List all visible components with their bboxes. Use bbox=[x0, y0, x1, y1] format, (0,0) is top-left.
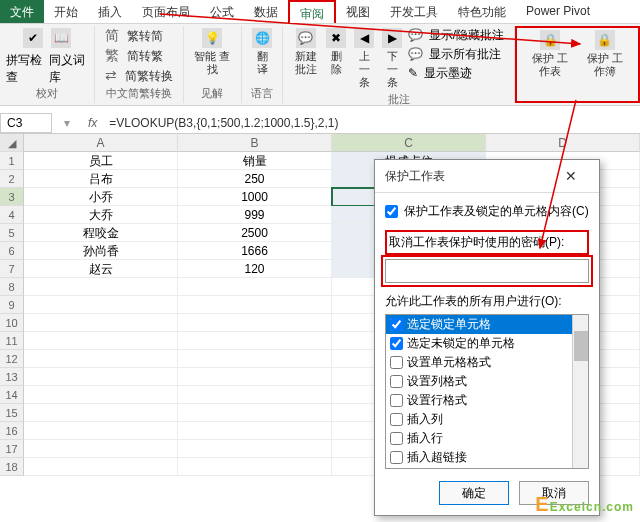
row-header[interactable]: 9 bbox=[0, 296, 24, 314]
permission-checkbox[interactable] bbox=[390, 337, 403, 350]
protect-workbook-button[interactable]: 🔒保护 工作簿 bbox=[578, 28, 632, 80]
row-header[interactable]: 11 bbox=[0, 332, 24, 350]
cell[interactable] bbox=[24, 278, 178, 296]
dialog-titlebar[interactable]: 保护工作表 ✕ bbox=[375, 160, 599, 193]
row-header[interactable]: 18 bbox=[0, 458, 24, 476]
cell[interactable]: 孙尚香 bbox=[24, 242, 178, 260]
cell[interactable] bbox=[178, 350, 332, 368]
cell[interactable] bbox=[178, 278, 332, 296]
cell[interactable]: 2500 bbox=[178, 224, 332, 242]
menu-special[interactable]: 特色功能 bbox=[448, 0, 516, 23]
smart-lookup-button[interactable]: 💡智能 查找 bbox=[190, 26, 235, 78]
password-input[interactable] bbox=[385, 259, 589, 283]
permission-checkbox[interactable] bbox=[390, 394, 403, 407]
ok-button[interactable]: 确定 bbox=[439, 481, 509, 505]
permission-item[interactable]: 设置列格式 bbox=[386, 372, 588, 391]
menu-layout[interactable]: 页面布局 bbox=[132, 0, 200, 23]
permission-checkbox[interactable] bbox=[390, 432, 403, 445]
permission-checkbox[interactable] bbox=[390, 356, 403, 369]
cell[interactable]: 120 bbox=[178, 260, 332, 278]
show-ink[interactable]: ✎ 显示墨迹 bbox=[406, 64, 508, 83]
row-header[interactable]: 5 bbox=[0, 224, 24, 242]
cell[interactable] bbox=[24, 422, 178, 440]
menu-insert[interactable]: 插入 bbox=[88, 0, 132, 23]
spellcheck-button[interactable]: ✔ bbox=[19, 26, 47, 52]
cell[interactable] bbox=[178, 368, 332, 386]
close-icon[interactable]: ✕ bbox=[553, 166, 589, 186]
simp-to-trad[interactable]: 繁 简转繁 bbox=[101, 46, 176, 66]
cell[interactable] bbox=[24, 404, 178, 422]
new-comment-button[interactable]: 💬新建批注 bbox=[289, 26, 322, 78]
permissions-list[interactable]: 选定锁定单元格选定未锁定的单元格设置单元格格式设置列格式设置行格式插入列插入行插… bbox=[385, 314, 589, 469]
protect-contents-input[interactable] bbox=[385, 205, 398, 218]
cell[interactable]: 250 bbox=[178, 170, 332, 188]
cell[interactable]: 吕布 bbox=[24, 170, 178, 188]
cell[interactable] bbox=[178, 422, 332, 440]
row-header[interactable]: 1 bbox=[0, 152, 24, 170]
cell[interactable]: 员工 bbox=[24, 152, 178, 170]
menu-view[interactable]: 视图 bbox=[336, 0, 380, 23]
next-comment-button[interactable]: ▶下一条 bbox=[378, 26, 406, 92]
cell[interactable] bbox=[24, 296, 178, 314]
row-header[interactable]: 10 bbox=[0, 314, 24, 332]
scrollbar-thumb[interactable] bbox=[574, 331, 588, 361]
permission-item[interactable]: 插入超链接 bbox=[386, 448, 588, 467]
permission-checkbox[interactable] bbox=[390, 413, 403, 426]
permission-checkbox[interactable] bbox=[390, 375, 403, 388]
permission-checkbox[interactable] bbox=[390, 451, 403, 464]
cell[interactable]: 大乔 bbox=[24, 206, 178, 224]
menu-home[interactable]: 开始 bbox=[44, 0, 88, 23]
show-all-comments[interactable]: 💬 显示所有批注 bbox=[406, 45, 508, 64]
menu-dev[interactable]: 开发工具 bbox=[380, 0, 448, 23]
fx-icon[interactable]: fx bbox=[82, 116, 103, 130]
menu-pivot[interactable]: Power Pivot bbox=[516, 0, 600, 23]
cell[interactable] bbox=[24, 368, 178, 386]
row-header[interactable]: 12 bbox=[0, 350, 24, 368]
name-box[interactable]: C3 bbox=[0, 113, 52, 133]
menu-file[interactable]: 文件 bbox=[0, 0, 44, 23]
row-header[interactable]: 4 bbox=[0, 206, 24, 224]
cell[interactable] bbox=[24, 314, 178, 332]
row-header[interactable]: 14 bbox=[0, 386, 24, 404]
cell[interactable] bbox=[178, 458, 332, 476]
simp-trad-conv[interactable]: ⇄ 简繁转换 bbox=[101, 66, 176, 86]
row-header[interactable]: 8 bbox=[0, 278, 24, 296]
row-header[interactable]: 6 bbox=[0, 242, 24, 260]
dropdown-icon[interactable]: ▾ bbox=[52, 116, 82, 130]
col-C[interactable]: C bbox=[332, 134, 486, 152]
permission-item[interactable]: 选定未锁定的单元格 bbox=[386, 334, 588, 353]
col-A[interactable]: A bbox=[24, 134, 178, 152]
row-header[interactable]: 3 bbox=[0, 188, 24, 206]
row-header[interactable]: 2 bbox=[0, 170, 24, 188]
cell[interactable]: 赵云 bbox=[24, 260, 178, 278]
col-B[interactable]: B bbox=[178, 134, 332, 152]
menu-review[interactable]: 审阅 bbox=[288, 0, 336, 23]
cell[interactable]: 999 bbox=[178, 206, 332, 224]
cell[interactable]: 小乔 bbox=[24, 188, 178, 206]
row-header[interactable]: 15 bbox=[0, 404, 24, 422]
menu-formula[interactable]: 公式 bbox=[200, 0, 244, 23]
cell[interactable] bbox=[178, 386, 332, 404]
cell[interactable] bbox=[24, 440, 178, 458]
show-hide-comment[interactable]: 💬 显示/隐藏批注 bbox=[406, 26, 508, 45]
permission-checkbox[interactable] bbox=[390, 318, 403, 331]
cell[interactable] bbox=[24, 332, 178, 350]
row-header[interactable]: 16 bbox=[0, 422, 24, 440]
cell[interactable] bbox=[178, 296, 332, 314]
select-all[interactable]: ◢ bbox=[0, 134, 24, 152]
translate-button[interactable]: 🌐翻译 bbox=[248, 26, 276, 78]
cell[interactable] bbox=[178, 314, 332, 332]
protect-sheet-button[interactable]: 🔒保护 工作表 bbox=[523, 28, 577, 80]
cell[interactable] bbox=[24, 458, 178, 476]
cell[interactable] bbox=[178, 440, 332, 458]
cell[interactable] bbox=[24, 386, 178, 404]
cell[interactable]: 销量 bbox=[178, 152, 332, 170]
cell[interactable] bbox=[24, 350, 178, 368]
permission-item[interactable]: 插入列 bbox=[386, 410, 588, 429]
scrollbar[interactable] bbox=[572, 315, 588, 468]
protect-contents-checkbox[interactable]: 保护工作表及锁定的单元格内容(C) bbox=[385, 203, 589, 220]
row-header[interactable]: 7 bbox=[0, 260, 24, 278]
col-D[interactable]: D bbox=[486, 134, 640, 152]
cell[interactable]: 程咬金 bbox=[24, 224, 178, 242]
thesaurus-button[interactable]: 📖 bbox=[47, 26, 75, 52]
